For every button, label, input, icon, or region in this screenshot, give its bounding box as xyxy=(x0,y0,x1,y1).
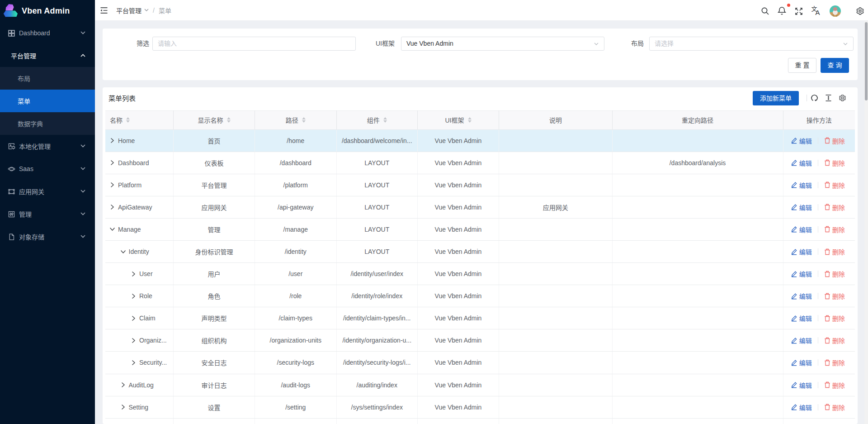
svg-text:A: A xyxy=(816,9,820,16)
